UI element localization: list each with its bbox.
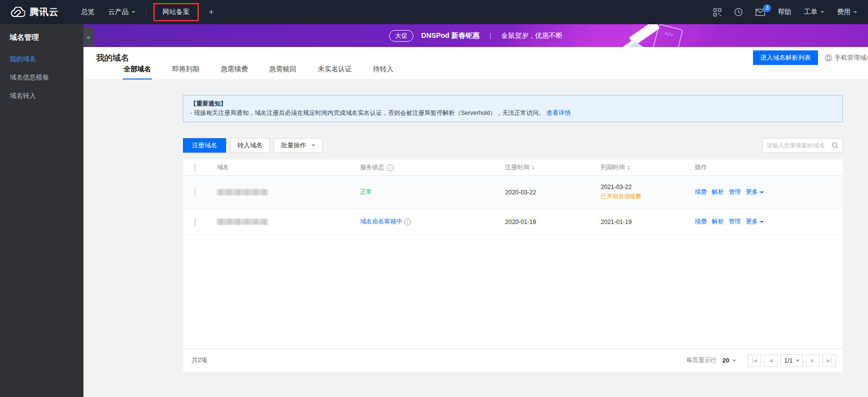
- auto-renew-note: 已开启自动续费: [601, 192, 695, 201]
- notice-body: - 现接相关注册局通知，域名注册后必须在规定时间内完成域名实名认证，否则会被注册…: [190, 109, 835, 118]
- messages-icon[interactable]: 3: [755, 9, 765, 16]
- history-clock-icon[interactable]: [734, 8, 743, 16]
- blurred-domain-name: [217, 219, 268, 225]
- col-header-expire-label: 到期时间: [601, 163, 625, 172]
- billing-menu[interactable]: 费用: [837, 8, 857, 16]
- table-header-row: 域名 服务状态 i 注册时间 到期时间 操作: [183, 159, 843, 176]
- notice-text: - 现接相关注册局通知，域名注册后必须在规定时间内完成域名实名认证，否则会被注册…: [190, 110, 545, 116]
- domain-tabs: 全部域名 即将到期 急需续费 急需赎回 未实名认证 待转入: [123, 65, 394, 79]
- resolve-link[interactable]: 解析: [712, 218, 724, 226]
- expire-date: 2021-01-19: [601, 219, 695, 225]
- next-page-button[interactable]: ▶: [806, 354, 819, 367]
- promo-pill: 大促: [389, 30, 413, 42]
- tencent-cloud-logo[interactable]: 腾讯云: [11, 6, 59, 18]
- search-input[interactable]: [767, 142, 832, 149]
- more-label: 更多: [746, 218, 758, 226]
- status-under-review-label: 域名命名审核中: [360, 218, 403, 226]
- ticket-label: 工单: [804, 8, 818, 16]
- help-link[interactable]: 帮助: [778, 8, 791, 16]
- tab-not-verified[interactable]: 未实名认证: [317, 65, 353, 79]
- blurred-domain-name: [217, 189, 268, 195]
- search-icon[interactable]: [832, 142, 838, 149]
- promo-banner[interactable]: </> 大促 DNSPod 新春钜惠 ｜ 金鼠贺岁，优惠不断: [83, 24, 868, 47]
- tab-urgent-renewal[interactable]: 急需续费: [220, 65, 249, 79]
- status-under-review[interactable]: 域名命名审核中 i: [360, 218, 411, 226]
- more-dropdown[interactable]: 更多: [746, 218, 764, 226]
- cloud-logo-icon: [11, 7, 25, 17]
- toolbar: 注册域名 转入域名 批量操作: [183, 138, 843, 153]
- row-checkbox[interactable]: [195, 218, 196, 226]
- chevron-down-icon: [131, 11, 135, 15]
- first-page-button[interactable]: |◀: [748, 354, 761, 367]
- top-bar: 腾讯云 总览 云产品 网站备案 +: [0, 0, 868, 24]
- chevron-down-icon: [820, 11, 824, 15]
- renew-link[interactable]: 续费: [695, 218, 707, 226]
- top-nav: 总览 云产品 网站备案 +: [74, 0, 221, 24]
- page-indicator-select[interactable]: 1/1: [781, 354, 803, 367]
- col-header-status: 服务状态 i: [360, 163, 505, 172]
- sort-icon[interactable]: [627, 166, 630, 170]
- prev-page-button[interactable]: ◀: [764, 354, 778, 367]
- sidebar-item-domain-info-template[interactable]: 域名信息模板: [0, 68, 83, 87]
- batch-operations-label: 批量操作: [281, 141, 306, 150]
- table-row: 正常 2020-03-22 2021-03-22 已开启自动续费 续费 解析 管…: [183, 176, 843, 209]
- table-empty-area: [183, 235, 843, 349]
- nav-beian[interactable]: 网站备案: [163, 0, 190, 24]
- domain-search-box: [762, 138, 843, 153]
- nav-add-tab-button[interactable]: +: [202, 7, 221, 17]
- banner-content: 大促 DNSPod 新春钜惠 ｜ 金鼠贺岁，优惠不断: [389, 30, 562, 42]
- topbar-right: 3 帮助 工单 费用: [713, 8, 857, 16]
- logo-text: 腾讯云: [30, 6, 59, 18]
- sidebar-item-my-domains[interactable]: 我的域名: [0, 50, 83, 68]
- status-normal: 正常: [360, 189, 372, 195]
- sort-icon[interactable]: [532, 166, 535, 170]
- info-icon[interactable]: i: [387, 164, 393, 171]
- qr-scan-icon[interactable]: [713, 8, 721, 16]
- page-size-value: 20: [722, 357, 729, 364]
- important-notice: 【重要通知】 - 现接相关注册局通知，域名注册后必须在规定时间内完成域名实名认证…: [183, 95, 843, 122]
- sidebar: 域名管理 我的域名 域名信息模板 域名转入: [0, 24, 83, 397]
- manage-link[interactable]: 管理: [729, 188, 741, 196]
- sidebar-item-domain-transfer-in[interactable]: 域名转入: [0, 87, 83, 105]
- ticket-menu[interactable]: 工单: [804, 8, 824, 16]
- manage-link[interactable]: 管理: [729, 218, 741, 226]
- renew-link[interactable]: 续费: [695, 188, 707, 196]
- view-details-link[interactable]: 查看详情: [546, 110, 571, 116]
- more-dropdown[interactable]: 更多: [746, 188, 764, 196]
- col-header-registered-label: 注册时间: [505, 163, 529, 172]
- enter-dns-resolve-list-button[interactable]: 进入域名解析列表: [753, 50, 818, 65]
- chevron-down-icon: [760, 221, 764, 225]
- resolve-link[interactable]: 解析: [712, 188, 724, 196]
- last-page-button[interactable]: ▶|: [822, 354, 836, 367]
- tab-all-domains[interactable]: 全部域名: [123, 65, 152, 79]
- sidebar-collapse-button[interactable]: «: [83, 28, 94, 46]
- message-count-badge: 3: [763, 4, 771, 12]
- page-indicator: 1/1: [784, 357, 792, 364]
- table-footer: 共2项 每页显示行 20 |◀ ◀ 1/1 ▶: [183, 349, 843, 372]
- col-header-expire: 到期时间: [601, 163, 695, 172]
- content-header: 我的域名 进入域名解析列表 手机管理域名 全部域名 即将到期 急需续费 急需赎回…: [83, 47, 868, 80]
- register-domain-button[interactable]: 注册域名: [183, 138, 226, 153]
- registered-date: 2020-03-22: [505, 189, 601, 196]
- tab-pending-transfer[interactable]: 待转入: [372, 65, 394, 79]
- total-count: 共2项: [192, 356, 207, 365]
- banner-title: DNSPod 新春钜惠: [421, 31, 479, 40]
- mobile-manage-domains-link[interactable]: 手机管理域名: [825, 53, 868, 62]
- tab-expiring-soon[interactable]: 即将到期: [171, 65, 200, 79]
- select-all-checkbox[interactable]: [195, 164, 196, 172]
- info-icon[interactable]: i: [404, 219, 411, 225]
- batch-operations-dropdown[interactable]: 批量操作: [274, 138, 323, 153]
- billing-label: 费用: [837, 8, 851, 16]
- col-header-registered: 注册时间: [505, 163, 601, 172]
- transfer-in-domain-button[interactable]: 转入域名: [230, 138, 270, 153]
- tab-urgent-redeem[interactable]: 急需赎回: [268, 65, 297, 79]
- mobile-manage-label: 手机管理域名: [835, 53, 868, 62]
- nav-overview[interactable]: 总览: [74, 0, 101, 24]
- nav-products[interactable]: 云产品: [101, 0, 142, 24]
- phone-icon: [825, 54, 832, 62]
- banner-triangle-decoration: [623, 42, 648, 47]
- row-checkbox[interactable]: [195, 189, 196, 196]
- banner-separator: ｜: [487, 32, 493, 40]
- page-size-select[interactable]: 20: [722, 357, 736, 364]
- beian-highlight-box: 网站备案: [153, 3, 199, 21]
